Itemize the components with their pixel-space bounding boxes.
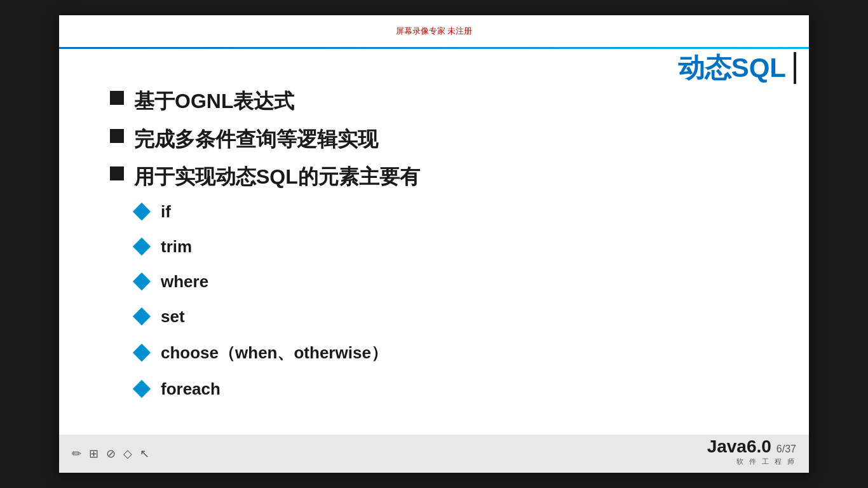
diamond-icon-6 [133, 380, 151, 398]
table-icon[interactable]: ⊞ [89, 447, 98, 461]
brand-subtitle: 软 件 工 程 师 [707, 457, 796, 466]
sub-bullets-list: if trim where set choose（when、otherwise）… [135, 202, 758, 399]
toolbar-icons-group: ✏ ⊞ ⊘ ◇ ↖ [72, 447, 149, 461]
bullet-text-3: 用于实现动态SQL的元素主要有 [134, 164, 420, 191]
slide: 屏幕录像专家 未注册 动态SQL 基于OGNL表达式 完成多条件查询等逻辑实现 … [59, 15, 809, 473]
title-area: 动态SQL [678, 50, 796, 86]
sub-bullet-item-2: trim [135, 237, 758, 257]
bullet-item-3: 用于实现动态SQL的元素主要有 [110, 164, 758, 191]
bullet-square-2 [110, 129, 124, 143]
bullet-square-1 [110, 91, 124, 105]
sub-bullet-item-4: set [135, 307, 758, 327]
pencil-icon[interactable]: ✏ [72, 447, 81, 461]
diamond-icon-5 [133, 344, 151, 362]
bullet-square-3 [110, 166, 124, 180]
sub-bullet-text-3: where [161, 272, 208, 292]
sub-bullet-item-6: foreach [135, 379, 758, 399]
bullet-text-1: 基于OGNL表达式 [134, 88, 294, 115]
sub-bullet-item-5: choose（when、otherwise） [135, 342, 758, 364]
branding-area: Java6.0 6/37 软 件 工 程 师 [707, 437, 796, 466]
cursor-icon[interactable]: ↖ [140, 447, 149, 461]
bullet-text-2: 完成多条件查询等逻辑实现 [134, 126, 378, 153]
diamond-icon-1 [133, 203, 151, 220]
sub-bullet-text-5: choose（when、otherwise） [161, 342, 388, 364]
title-line-decoration [794, 52, 796, 84]
bullet-item-1: 基于OGNL表达式 [110, 88, 758, 115]
sub-bullet-text-2: trim [161, 237, 192, 257]
diamond-icon-4 [133, 308, 151, 325]
bottom-toolbar: ✏ ⊞ ⊘ ◇ ↖ [59, 435, 809, 473]
sub-bullet-text-6: foreach [161, 379, 220, 399]
sub-bullet-text-4: set [161, 307, 185, 327]
diamond-icon-3 [133, 273, 151, 290]
page-number: 6/37 [776, 444, 796, 455]
diamond-icon-2 [133, 238, 151, 255]
sub-bullet-item-1: if [135, 202, 758, 222]
slide-title: 动态SQL [678, 50, 786, 86]
diamond-tool-icon[interactable]: ◇ [123, 447, 132, 461]
top-line-divider [59, 47, 809, 49]
brand-name: Java6.0 [707, 437, 771, 457]
sub-bullet-text-1: if [161, 202, 171, 222]
sub-bullet-item-3: where [135, 272, 758, 292]
top-bar: 屏幕录像专家 未注册 [59, 15, 809, 47]
circle-slash-icon[interactable]: ⊘ [106, 447, 116, 461]
watermark-text: 屏幕录像专家 未注册 [396, 25, 473, 37]
bullet-item-2: 完成多条件查询等逻辑实现 [110, 126, 758, 153]
content-area: 基于OGNL表达式 完成多条件查询等逻辑实现 用于实现动态SQL的元素主要有 i… [110, 88, 758, 422]
